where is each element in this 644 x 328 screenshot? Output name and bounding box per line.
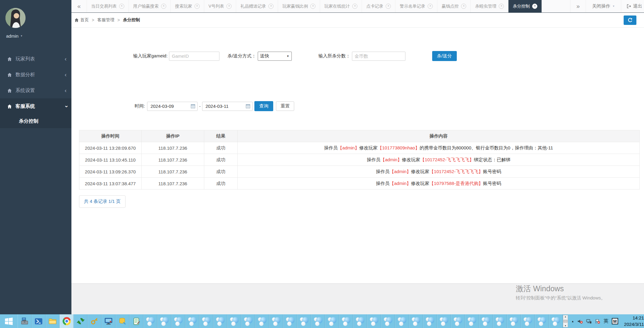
taskbar-app-icon[interactable]: [437, 314, 451, 328]
refresh-button[interactable]: [624, 15, 636, 25]
taskbar-app-icon[interactable]: [311, 314, 325, 328]
taskbar-app-icon[interactable]: [143, 314, 157, 328]
close-tab-icon[interactable]: ×: [310, 4, 315, 9]
date-from-value[interactable]: [150, 103, 187, 109]
computer-management-icon[interactable]: [102, 314, 115, 328]
close-tab-icon[interactable]: ×: [532, 4, 537, 9]
gameid-input[interactable]: [169, 52, 219, 61]
taskbar-app-icon[interactable]: [381, 314, 395, 328]
ime-language-indicator[interactable]: 英: [604, 318, 608, 324]
sidebar-item-system-settings[interactable]: 系统设置‹: [0, 83, 71, 98]
taskbar-app-icon[interactable]: [521, 314, 535, 328]
taskbar-app-icon[interactable]: [283, 314, 297, 328]
tabs-scroll-left-button[interactable]: «: [71, 0, 87, 12]
close-tab-icon[interactable]: ×: [268, 4, 274, 9]
taskbar-app-icon[interactable]: [227, 314, 241, 328]
taskbar-app-icon[interactable]: [549, 314, 563, 328]
taskbar-app-icon[interactable]: [297, 314, 311, 328]
tab-v-number-list[interactable]: V号列表×: [204, 0, 236, 12]
score-input[interactable]: [352, 52, 405, 61]
taskbar-app-icon[interactable]: [479, 314, 493, 328]
breadcrumb-section[interactable]: 客服管理: [97, 17, 114, 23]
taskbar-app-icon[interactable]: [241, 314, 255, 328]
chevron-down-icon: ▼: [20, 35, 23, 37]
taskbar-app-icon[interactable]: [353, 314, 367, 328]
close-operations-dropdown[interactable]: 关闭操作 ▼: [586, 0, 621, 12]
start-icon[interactable]: [0, 314, 18, 328]
date-from-input[interactable]: [147, 102, 198, 111]
date-to-value[interactable]: [205, 103, 242, 109]
logout-button[interactable]: 退出: [621, 0, 644, 12]
close-tab-icon[interactable]: ×: [161, 4, 166, 9]
taskbar-app-icon[interactable]: [493, 314, 507, 328]
breadcrumb-home[interactable]: 首页: [74, 17, 89, 23]
ime-mode-icon[interactable]: M: [612, 318, 618, 324]
taskbar-clock[interactable]: 14:21 2024/3/11: [622, 315, 644, 327]
tabs-scroll-right-button[interactable]: »: [570, 0, 586, 12]
sidebar-item-customer-service-system[interactable]: 客服系统‹: [0, 98, 71, 114]
close-tab-icon[interactable]: ×: [195, 4, 200, 9]
close-tab-icon[interactable]: ×: [386, 4, 391, 9]
taskbar-app-icon[interactable]: [535, 314, 549, 328]
taskbar-app-icon[interactable]: [269, 314, 283, 328]
taskbar-app-icon[interactable]: [451, 314, 465, 328]
taskbar-app-icon[interactable]: [255, 314, 269, 328]
date-to-input[interactable]: [202, 102, 253, 111]
file-explorer-icon[interactable]: [46, 314, 60, 328]
show-hidden-icons-button[interactable]: ▲: [571, 320, 574, 323]
tab-player-win-ratio[interactable]: 玩家赢钱比例×: [278, 0, 320, 12]
taskbar-overflow-scroller[interactable]: ▲ ▼: [563, 315, 568, 327]
taskbar-pinned-icons: [0, 314, 143, 328]
powershell-icon[interactable]: [32, 314, 46, 328]
taskbar-app-icon[interactable]: [199, 314, 213, 328]
taskbar-app-icon[interactable]: [395, 314, 409, 328]
notepad-icon[interactable]: [129, 314, 143, 328]
mode-select[interactable]: 送快 ▼: [258, 52, 292, 61]
taskbar-app-icon[interactable]: [465, 314, 479, 328]
sync-tool-icon[interactable]: [74, 314, 88, 328]
server-manager-icon[interactable]: [18, 314, 32, 328]
tab-win-point-control[interactable]: 赢钱点控×: [437, 0, 471, 12]
close-tab-icon[interactable]: ×: [226, 4, 232, 9]
action-center-flag-icon[interactable]: [595, 319, 600, 324]
reset-button[interactable]: 重置: [276, 101, 294, 111]
taskbar-app-icon[interactable]: [213, 314, 227, 328]
kill-send-button[interactable]: 杀/送分: [432, 51, 457, 61]
tab-kill-score-control[interactable]: 杀分控制×: [508, 0, 542, 12]
taskbar-app-icon[interactable]: [423, 314, 437, 328]
tab-player-online-stats[interactable]: 玩家在线统计×: [320, 0, 362, 12]
close-tab-icon[interactable]: ×: [352, 4, 357, 9]
close-tab-icon[interactable]: ×: [461, 4, 466, 9]
chrome-icon[interactable]: [60, 314, 74, 328]
tab-user-winloss-search[interactable]: 用户输赢搜索×: [129, 0, 171, 12]
pagination[interactable]: 共 4 条记录 1/1 页: [79, 195, 126, 208]
volume-muted-icon[interactable]: [577, 319, 583, 324]
sidebar-item-data-analysis[interactable]: 数据分析‹: [0, 67, 71, 83]
user-menu[interactable]: admin ▼: [6, 33, 23, 39]
taskbar-app-icon[interactable]: [507, 314, 521, 328]
close-tab-icon[interactable]: ×: [428, 4, 433, 9]
taskbar-app-icon[interactable]: [185, 314, 199, 328]
query-button[interactable]: 查询: [254, 101, 273, 111]
close-tab-icon[interactable]: ×: [499, 4, 504, 9]
taskbar-app-icon[interactable]: [157, 314, 171, 328]
avatar[interactable]: [5, 8, 26, 28]
taskbar-app-icon[interactable]: [339, 314, 353, 328]
taskbar-app-icon[interactable]: [367, 314, 381, 328]
sidebar-item-player-list[interactable]: 玩家列表‹: [0, 51, 71, 67]
tab-warning-list-records[interactable]: 警示名单记录×: [395, 0, 437, 12]
key-tool-icon[interactable]: [88, 314, 102, 328]
clock-time: 14:21: [622, 315, 644, 321]
tab-daily-trade-list[interactable]: 当日交易列表×: [87, 0, 129, 12]
tab-search-player[interactable]: 搜索玩家×: [171, 0, 204, 12]
taskbar-app-icon[interactable]: [171, 314, 185, 328]
tab-gift-send-records[interactable]: 礼品赠送记录×: [236, 0, 278, 12]
network-icon[interactable]: [586, 319, 592, 324]
database-tool-icon[interactable]: [115, 314, 129, 328]
tab-card-records[interactable]: 点卡记录×: [362, 0, 395, 12]
tab-kill-locust-manage[interactable]: 杀蝗虫管理×: [471, 0, 508, 12]
taskbar-app-icon[interactable]: [409, 314, 423, 328]
taskbar-app-icon[interactable]: [325, 314, 339, 328]
close-tab-icon[interactable]: ×: [119, 4, 124, 9]
sidebar-subitem-kill-score-control[interactable]: 杀分控制: [0, 114, 71, 128]
